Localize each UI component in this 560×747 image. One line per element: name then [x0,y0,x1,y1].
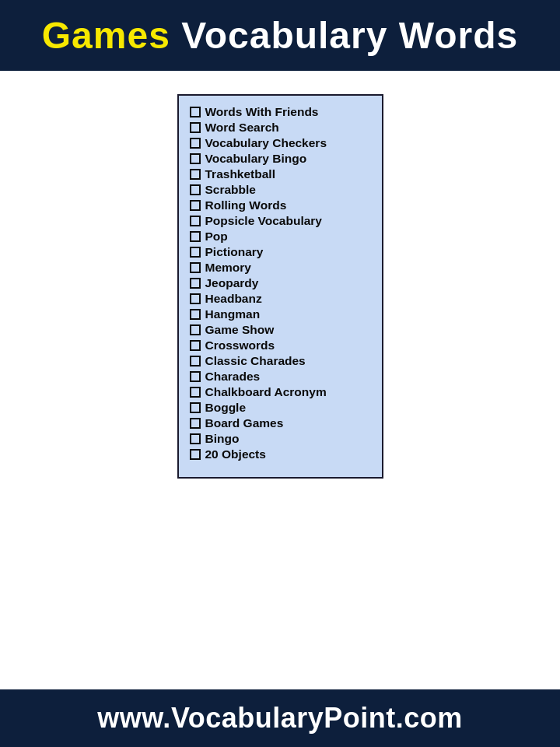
checkbox-icon[interactable] [190,153,201,164]
list-item-label: Pictionary [205,245,264,259]
checkbox-icon[interactable] [190,387,201,398]
list-item-label: Hangman [205,307,261,321]
list-item-label: Headbanz [205,292,262,306]
checkbox-icon[interactable] [190,278,201,289]
checkbox-icon[interactable] [190,324,201,335]
list-item: Classic Charades [190,354,366,368]
list-item: Board Games [190,416,366,430]
page-title: Games Vocabulary Words [16,14,544,57]
checkbox-icon[interactable] [190,169,201,180]
list-item-label: Trashketball [205,167,275,181]
list-item-label: Charades [205,370,261,384]
list-item: Popsicle Vocabulary [190,214,366,228]
checkbox-icon[interactable] [190,433,201,444]
list-item: Chalkboard Acronym [190,385,366,399]
list-item-label: Chalkboard Acronym [205,385,327,399]
list-item-label: Scrabble [205,183,256,197]
list-item-label: Rolling Words [205,198,287,212]
list-item: 20 Objects [190,447,366,461]
list-item-label: Game Show [205,323,275,337]
list-item: Trashketball [190,167,366,181]
checkbox-icon[interactable] [190,138,201,149]
checkbox-icon[interactable] [190,247,201,258]
list-item: Hangman [190,307,366,321]
list-item: Boggle [190,401,366,415]
list-item: Vocabulary Checkers [190,136,366,150]
list-item: Word Search [190,121,366,135]
list-item-label: Classic Charades [205,354,306,368]
list-item: Jeopardy [190,276,366,290]
list-item: Words With Friends [190,105,366,119]
list-item-label: Board Games [205,416,284,430]
list-item: Vocabulary Bingo [190,152,366,166]
list-item: Memory [190,261,366,275]
checkbox-icon[interactable] [190,449,201,460]
title-vocab: Vocabulary Words [170,15,518,56]
checkbox-icon[interactable] [190,216,201,226]
list-item: Pop [190,230,366,244]
vocabulary-list: Words With FriendsWord SearchVocabulary … [177,94,383,479]
checkbox-icon[interactable] [190,107,201,117]
checkbox-icon[interactable] [190,122,201,133]
page-header: Games Vocabulary Words [0,0,560,71]
list-item: Game Show [190,323,366,337]
list-item: Headbanz [190,292,366,306]
list-item: Charades [190,370,366,384]
checkbox-icon[interactable] [190,231,201,242]
checkbox-icon[interactable] [190,184,201,195]
list-item: Rolling Words [190,198,366,212]
list-item-label: Word Search [205,121,279,135]
list-item-label: Vocabulary Checkers [205,136,327,150]
list-item-label: Vocabulary Bingo [205,152,307,166]
checkbox-icon[interactable] [190,200,201,211]
main-content: Words With FriendsWord SearchVocabulary … [0,71,560,689]
checkbox-icon[interactable] [190,402,201,413]
footer-url: www.VocabularyPoint.com [16,702,544,735]
checkbox-icon[interactable] [190,293,201,304]
checkbox-icon[interactable] [190,418,201,429]
list-item: Scrabble [190,183,366,197]
list-item-label: Jeopardy [205,276,259,290]
page-footer: www.VocabularyPoint.com [0,689,560,747]
title-games: Games [42,15,170,56]
list-item-label: Words With Friends [205,105,319,119]
list-item-label: Crosswords [205,338,275,352]
checkbox-icon[interactable] [190,371,201,382]
checkbox-icon[interactable] [190,309,201,320]
checkbox-icon[interactable] [190,340,201,351]
list-item-label: Pop [205,230,228,244]
list-item: Crosswords [190,338,366,352]
list-item-label: Memory [205,261,251,275]
list-item-label: 20 Objects [205,447,266,461]
list-item-label: Popsicle Vocabulary [205,214,322,228]
list-item: Pictionary [190,245,366,259]
checkbox-icon[interactable] [190,356,201,366]
checkbox-icon[interactable] [190,262,201,273]
list-item-label: Bingo [205,432,240,446]
list-item: Bingo [190,432,366,446]
list-item-label: Boggle [205,401,247,415]
